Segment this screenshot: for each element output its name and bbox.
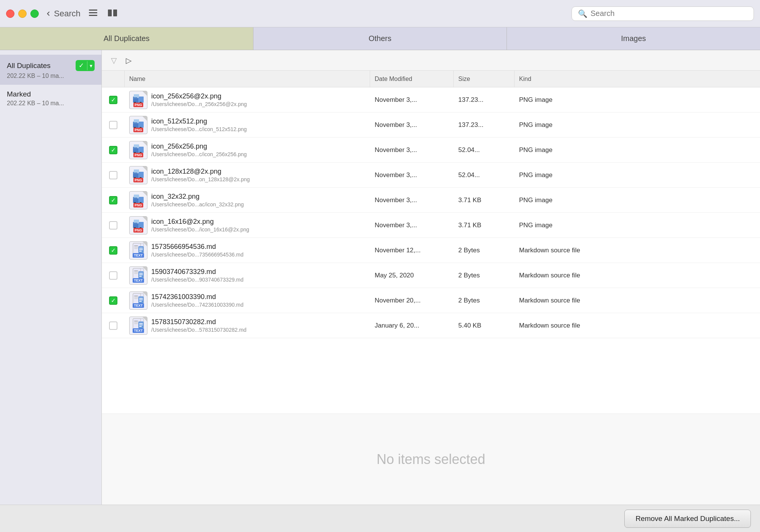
- close-button[interactable]: [6, 10, 14, 18]
- svg-rect-24: [138, 172, 144, 178]
- svg-rect-75: [134, 322, 139, 323]
- row-checkbox-6[interactable]: ✓: [109, 246, 117, 255]
- row-checkbox-7[interactable]: [109, 271, 117, 280]
- svg-rect-30: [138, 197, 144, 203]
- filter-button[interactable]: ▽: [108, 54, 120, 66]
- tabbar: All Duplicates Others Images: [0, 27, 760, 50]
- table-row: ✓ PNGicon_256x256.png/Users/icheese/Do..…: [102, 138, 760, 163]
- list-icon: [89, 10, 97, 16]
- svg-rect-45: [139, 249, 143, 250]
- file-kind: Markdown source file: [515, 244, 760, 257]
- th-name[interactable]: Name: [125, 71, 370, 87]
- file-size: 137.23...: [454, 118, 515, 132]
- tab-others[interactable]: Others: [253, 27, 507, 50]
- table-row: ✓ TEXT15735666954536.md/Users/icheese/Do…: [102, 238, 760, 263]
- back-button[interactable]: Search: [45, 9, 81, 19]
- svg-rect-4: [113, 10, 117, 16]
- table-body: ✓ PNGicon_256x256@2x.png/Users/icheese/D…: [102, 87, 760, 413]
- svg-rect-66: [134, 297, 139, 298]
- file-name: icon_32x32.png: [151, 193, 244, 201]
- svg-rect-54: [139, 274, 143, 275]
- file-kind: PNG image: [515, 93, 760, 107]
- columns-icon: [108, 10, 117, 16]
- table-header: Name Date Modified Size Kind: [102, 71, 760, 87]
- row-checkbox-4[interactable]: ✓: [109, 196, 117, 204]
- th-date[interactable]: Date Modified: [370, 71, 454, 87]
- file-date: November 3,...: [370, 93, 454, 107]
- play-button[interactable]: ▷: [123, 54, 135, 66]
- svg-rect-18: [138, 147, 144, 153]
- file-date: November 3,...: [370, 118, 454, 132]
- file-icon: TEXT: [129, 317, 147, 335]
- no-items-text: No items selected: [377, 451, 485, 467]
- dropdown-arrow-icon[interactable]: ▾: [87, 61, 95, 70]
- file-path: /Users/icheese/Do...ac/icon_32x32.png: [151, 201, 244, 207]
- svg-rect-2: [89, 15, 97, 16]
- file-size: 52.04...: [454, 168, 515, 182]
- remove-all-button[interactable]: Remove All Marked Duplicates...: [624, 510, 751, 528]
- svg-rect-73: [139, 326, 142, 327]
- th-size[interactable]: Size: [454, 71, 515, 87]
- main-area: All Duplicates ✓ ▾ 202.22 KB – 10 ma... …: [0, 50, 760, 505]
- file-icon: TEXT: [129, 291, 147, 310]
- th-check: [102, 71, 125, 87]
- svg-rect-40: [134, 220, 139, 223]
- no-items-panel: No items selected: [102, 413, 760, 505]
- file-path: /Users/icheese/Do...on_128x128@2x.png: [151, 176, 250, 182]
- file-icon: PNG: [129, 91, 147, 109]
- content-toolbar: ▽ ▷: [102, 50, 760, 71]
- tab-all-duplicates[interactable]: All Duplicates: [0, 27, 253, 50]
- table-row: TEXT15783150730282.md/Users/icheese/Do..…: [102, 313, 760, 338]
- check-badge[interactable]: ✓ ▾: [76, 60, 95, 71]
- row-checkbox-9[interactable]: [109, 321, 117, 330]
- svg-rect-63: [139, 299, 143, 300]
- svg-rect-1: [89, 12, 97, 13]
- file-icon: PNG: [129, 191, 147, 209]
- file-size: 2 Bytes: [454, 269, 515, 282]
- file-date: November 3,...: [370, 143, 454, 157]
- file-date: November 20,...: [370, 294, 454, 307]
- row-checkbox-3[interactable]: [109, 171, 117, 179]
- table-row: ✓ PNGicon_32x32.png/Users/icheese/Do...a…: [102, 188, 760, 213]
- sidebar-item-marked[interactable]: Marked 202.22 KB – 10 ma...: [0, 85, 101, 112]
- maximize-button[interactable]: [30, 10, 39, 18]
- row-checkbox-1[interactable]: [109, 121, 117, 129]
- file-kind: PNG image: [515, 193, 760, 207]
- file-size: 2 Bytes: [454, 294, 515, 307]
- file-date: May 25, 2020: [370, 269, 454, 282]
- file-path: /Users/icheese/Do...742361003390.md: [151, 302, 244, 308]
- svg-rect-64: [139, 301, 142, 302]
- sidebar-item-all-duplicates[interactable]: All Duplicates ✓ ▾ 202.22 KB – 10 ma...: [0, 55, 101, 85]
- file-icon: TEXT: [129, 266, 147, 285]
- file-path: /Users/icheese/Do...c/icon_512x512.png: [151, 126, 247, 132]
- svg-rect-10: [134, 94, 139, 97]
- row-checkbox-5[interactable]: [109, 221, 117, 230]
- file-icon: PNG: [129, 141, 147, 159]
- file-name: 15742361003390.md: [151, 293, 244, 301]
- file-date: November 12,...: [370, 244, 454, 257]
- svg-rect-53: [139, 273, 143, 274]
- file-kind: Markdown source file: [515, 319, 760, 332]
- svg-rect-62: [139, 298, 143, 299]
- svg-rect-36: [138, 222, 144, 228]
- file-date: November 3,...: [370, 193, 454, 207]
- file-path: /Users/icheese/Do.../icon_16x16@2x.png: [151, 226, 249, 233]
- traffic-lights: [6, 10, 39, 18]
- minimize-button[interactable]: [18, 10, 27, 18]
- th-kind[interactable]: Kind: [515, 71, 760, 87]
- column-view-button[interactable]: [104, 7, 121, 20]
- row-checkbox-0[interactable]: ✓: [109, 96, 117, 104]
- table-row: TEXT15903740673329.md/Users/icheese/Do..…: [102, 263, 760, 288]
- list-view-button[interactable]: [85, 7, 101, 20]
- file-path: /Users/icheese/Do...n_256x256@2x.png: [151, 101, 247, 107]
- row-checkbox-2[interactable]: ✓: [109, 146, 117, 154]
- file-path: /Users/icheese/Do...903740673329.md: [151, 277, 244, 283]
- file-icon: PNG: [129, 216, 147, 234]
- svg-rect-46: [139, 251, 142, 252]
- tab-images[interactable]: Images: [507, 27, 760, 50]
- table-row: PNGicon_512x512.png/Users/icheese/Do...c…: [102, 112, 760, 138]
- search-input[interactable]: [591, 9, 747, 18]
- svg-rect-34: [134, 195, 139, 198]
- file-kind: PNG image: [515, 118, 760, 132]
- row-checkbox-8[interactable]: ✓: [109, 296, 117, 305]
